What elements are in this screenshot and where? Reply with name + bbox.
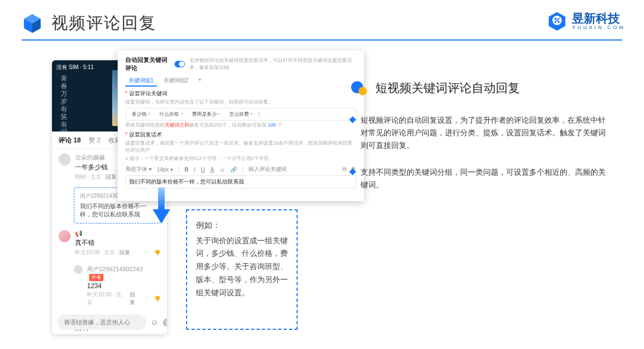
diamond-bullet-icon <box>349 168 356 175</box>
section-heading: 短视频关键词评论自动回复 <box>375 80 520 96</box>
reply-editor[interactable]: 我们不同的版本价格不一样，您可以私信联系我 <box>125 175 356 188</box>
comment-user: 用户2299214302243 <box>87 266 143 272</box>
keyword-chip[interactable]: 怎么收费× <box>226 110 256 118</box>
switch-desc: 支持根据评论的关键词设置回复话术，可以针对不同类型关键词设置回复话术，最多添加1… <box>189 57 356 71</box>
comment-input[interactable] <box>57 314 146 330</box>
insert-keyword-button[interactable]: 插入评论关键词 <box>248 165 287 173</box>
bullet-text: 短视频评论的自动回复设置，为了提升作者的评论回复效率，在系统中针对常见的评论用户… <box>361 114 613 152</box>
keyword-chip[interactable]: 费用是多少× <box>189 110 224 118</box>
bullet-text: 支持不同类型的关键词分组，同一类问题，可设置多个相近的、高频的关键词。 <box>361 166 613 191</box>
keyword-group-tab-1[interactable]: 关键词组1 <box>125 76 157 87</box>
section-reply-hint: 设置回复话术，每回复一个用户评论只发送一条话术。最多支持设置10条不同话术，按添… <box>125 140 356 154</box>
tab-likes[interactable]: 赞 2 <box>89 136 101 145</box>
like-icon[interactable]: ♡ <box>144 250 149 256</box>
keyword-chip[interactable]: 多少钱× <box>129 110 154 118</box>
font-select[interactable]: 系统字体 ▾ <box>125 165 152 173</box>
at-icon[interactable]: @ <box>163 318 167 327</box>
diamond-bullet-icon <box>349 116 356 123</box>
example-box: 例如： 关于询价的设置成一组关键词，多少钱、什么价格，费用多少等。关于咨询班型、… <box>186 209 298 330</box>
avatar <box>59 230 71 242</box>
cube-icon <box>22 13 43 34</box>
section-reply-title: 设置回复话术 <box>125 131 356 139</box>
section-keywords-title: 设置评论关键词 <box>125 90 356 98</box>
comment-text: 1234 <box>87 282 160 290</box>
size-select[interactable]: 14px ▾ <box>157 167 173 173</box>
svg-point-6 <box>558 21 560 23</box>
phone-status: 没有 SIM · 5:11 <box>56 64 94 71</box>
comment-row: 📢 真不错 昨天10:08 · 北京 回复 ♡ 👎 <box>52 226 167 261</box>
reply-button[interactable]: 回复 <box>106 173 117 181</box>
svg-point-5 <box>555 18 557 20</box>
header-divider <box>22 39 622 41</box>
dislike-icon[interactable]: 👎 <box>154 296 160 302</box>
color-button[interactable]: A <box>211 167 214 173</box>
auto-reply-switch-label: 自动回复关键词评论 <box>125 56 170 72</box>
chat-bubble-icon <box>350 79 369 98</box>
comment-input-bar: ☺ @ ▣ <box>57 314 161 330</box>
brand-block: 昱新科技 YUUXIN.COM <box>547 11 625 32</box>
comment-time: 昨天10:08 · 北京 <box>87 291 125 306</box>
arrow-down-icon <box>150 187 172 226</box>
comment-time: 昨天10:08 · 北京 <box>75 249 115 256</box>
dislike-icon[interactable]: 👎 <box>154 250 160 256</box>
page-title: 视频评论回复 <box>51 12 156 35</box>
auto-reply-switch[interactable] <box>175 61 185 67</box>
like-icon[interactable]: ♡ <box>144 296 149 302</box>
svg-rect-8 <box>158 187 165 209</box>
reply-text: 我们不同的版本价格不一样，您可以私信联系我 <box>80 202 154 219</box>
brand-logo-icon <box>547 11 567 32</box>
section-keywords-hint: 设置关键词，当评论里内容包含了以下关键词，则系统可自动回复。 <box>125 99 356 106</box>
keyword-group-tab-2[interactable]: 关键词组2 <box>160 76 192 87</box>
keyword-chip[interactable]: 什么价格× <box>156 110 186 118</box>
keyword-limit-hint: 所有关键词组里的关键词之和最多可添加200个，目前剩余可添加 195 个 <box>125 122 356 129</box>
brand-name: 昱新科技 <box>572 13 625 25</box>
comment-time: 刚刚 · 北京 <box>75 173 101 181</box>
reply-button[interactable]: 回复 <box>119 249 130 256</box>
example-body: 关于询价的设置成一组关键词，多少钱、什么价格，费用多少等。关于咨询班型、版本、型… <box>196 234 288 300</box>
underline-button[interactable]: U <box>201 167 205 173</box>
avatar <box>59 153 71 165</box>
emoji-button[interactable]: ☺ <box>219 167 225 173</box>
tab-comments[interactable]: 评论 18 <box>59 136 81 145</box>
example-title: 例如： <box>196 218 288 232</box>
comment-row: 用户2299214302243 作者 1234 昨天10:08 · 北京 回复 … <box>52 261 167 311</box>
reply-button[interactable]: 回复 <box>130 291 140 306</box>
bold-button[interactable]: B <box>184 167 188 173</box>
editor-toolbar: 系统字体 ▾ 14px ▾ B I U A ☺ 🔗 插入评论关键词 ⧉ 🗑 <box>125 165 356 173</box>
emoji-icon[interactable]: ☺ <box>150 318 158 327</box>
keyword-settings-popup: 自动回复关键词评论 支持根据评论的关键词设置回复话术，可以针对不同类型关键词设置… <box>118 50 364 201</box>
bullet-item: 支持不同类型的关键词分组，同一类问题，可设置多个相近的、高频的关键词。 <box>350 166 613 191</box>
svg-point-11 <box>358 87 367 95</box>
italic-button[interactable]: I <box>194 167 195 173</box>
link-button[interactable]: 🔗 <box>230 167 237 173</box>
brand-subtitle: YUUXIN.COM <box>572 25 625 30</box>
comment-badge: 📢 <box>75 230 160 237</box>
add-group-button[interactable]: + <box>195 76 205 87</box>
video-caption: 青春万岁 有笑有泪 <box>61 75 68 131</box>
copy-button[interactable]: ⧉ <box>343 166 346 173</box>
author-tag: 作者 <box>89 274 103 281</box>
bullet-item: 短视频评论的自动回复设置，为了提升作者的评论回复效率，在系统中针对常见的评论用户… <box>350 114 613 152</box>
comment-text: 真不错 <box>75 238 160 248</box>
section-reply-tip: 1 提示：一个富文本框最多支持512个字符，一个汉字占用2个字符。 <box>125 155 356 162</box>
avatar <box>74 265 83 274</box>
keyword-chipbar[interactable]: 多少钱× 什么价格× 费用是多少× 怎么收费× | <box>125 108 356 121</box>
svg-marker-9 <box>153 209 170 224</box>
